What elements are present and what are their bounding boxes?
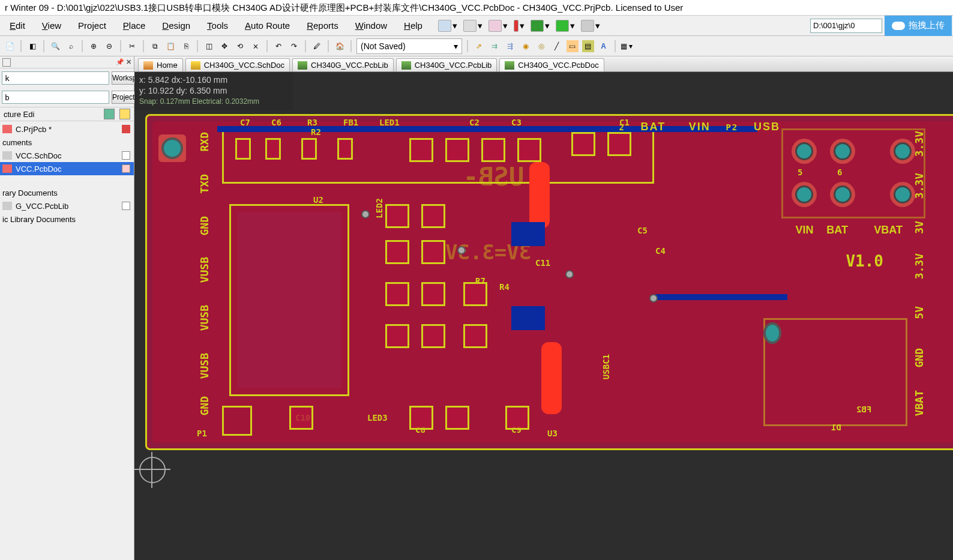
menu-window[interactable]: Window — [347, 17, 395, 34]
zoom-in-button[interactable]: ⊕ — [88, 40, 100, 52]
pad[interactable] — [265, 138, 281, 160]
tree-iclib-folder[interactable]: ic Library Documents — [0, 212, 134, 226]
pad[interactable] — [830, 139, 855, 164]
pad[interactable] — [385, 282, 409, 306]
quick-track-dropdown[interactable]: ▾ — [514, 20, 525, 32]
pad[interactable] — [792, 139, 817, 164]
tree-schdoc[interactable]: VCC.SchDoc — [0, 149, 134, 162]
pcb-canvas[interactable]: x: 5.842 dx:-10.160 mm y: 10.922 dy: 6.3… — [134, 72, 953, 560]
project-input[interactable] — [2, 91, 109, 104]
pad[interactable] — [890, 139, 915, 164]
pad[interactable] — [445, 138, 469, 162]
tree-lib-folder[interactable]: rary Documents — [0, 186, 134, 199]
pad[interactable] — [607, 132, 631, 156]
tree-documents-folder[interactable]: cuments — [0, 136, 134, 149]
zoom-fit-button[interactable]: ⌕ — [65, 40, 77, 52]
save-state-dropdown[interactable]: (Not Saved)▾ — [356, 38, 462, 54]
pad[interactable] — [421, 282, 445, 306]
menu-edit[interactable]: Edit — [1, 17, 34, 34]
component-usbc[interactable] — [763, 318, 907, 426]
pad[interactable] — [289, 406, 313, 430]
menu-autoroute[interactable]: Auto Route — [236, 17, 298, 34]
menu-reports[interactable]: Reports — [298, 17, 347, 34]
pad[interactable] — [158, 134, 186, 162]
quick-text-dropdown[interactable]: ▾ — [556, 20, 575, 32]
pad[interactable] — [409, 406, 433, 430]
deselect-button[interactable]: ⟲ — [234, 40, 246, 52]
pad[interactable] — [337, 138, 353, 160]
tab-pcblib-1[interactable]: CH340G_VCC.PcbLib — [292, 58, 394, 71]
pad[interactable] — [481, 138, 505, 162]
undo-button[interactable]: ↶ — [272, 40, 284, 52]
pad[interactable] — [385, 240, 409, 264]
browse-button[interactable]: 🏠 — [334, 40, 346, 52]
pad[interactable] — [792, 182, 817, 207]
pad[interactable] — [830, 182, 855, 207]
led-body[interactable] — [541, 342, 562, 414]
pad[interactable] — [505, 406, 529, 430]
project-button[interactable]: Project — [112, 91, 135, 104]
pad[interactable] — [463, 282, 487, 306]
cut-button[interactable]: ✂ — [126, 40, 138, 52]
menu-tools[interactable]: Tools — [199, 17, 236, 34]
via[interactable] — [565, 270, 574, 278]
tree-project[interactable]: C.PrjPcb * — [0, 122, 134, 136]
connector-p2[interactable]: 5 6 — [781, 128, 925, 218]
path-input[interactable] — [810, 19, 882, 33]
paste-button[interactable]: 📋 — [164, 40, 176, 52]
component-u2[interactable] — [229, 204, 349, 396]
tree-pcblib[interactable]: G_VCC.PcbLib — [0, 199, 134, 212]
rubber-stamp-button[interactable]: ⎘ — [180, 40, 192, 52]
zoom-out-button[interactable]: ⊖ — [103, 40, 115, 52]
select-button[interactable]: ◫ — [203, 40, 215, 52]
pad[interactable] — [421, 324, 445, 348]
route-multi-button[interactable]: ⇶ — [504, 40, 516, 52]
zoom-window-button[interactable]: 🔍 — [49, 40, 61, 52]
pad[interactable] — [445, 406, 469, 430]
compile-button[interactable]: ◧ — [26, 40, 38, 52]
pad[interactable] — [385, 204, 409, 228]
pad[interactable] — [409, 138, 433, 162]
quick-layer-dropdown[interactable]: ▾ — [438, 20, 457, 32]
pad[interactable] — [517, 138, 541, 162]
pcb-board[interactable]: P1 RXD TXD GND VUSB VUSB VUSB GND 3.3V 3… — [145, 114, 953, 450]
workspace-input[interactable] — [2, 71, 109, 85]
options-icon[interactable] — [119, 109, 130, 119]
menu-design[interactable]: Design — [154, 17, 199, 34]
tab-pcblib-2[interactable]: CH340G_VCC.PcbLib — [396, 58, 498, 71]
tree-pcbdoc[interactable]: VCC.PcbDoc — [0, 162, 134, 175]
via[interactable] — [361, 210, 370, 218]
route-track-button[interactable]: ⇗ — [473, 40, 485, 52]
upload-drop-area[interactable]: 拖拽上传 — [885, 16, 952, 36]
quick-pad-dropdown[interactable]: ▾ — [531, 20, 550, 32]
menu-view[interactable]: View — [34, 17, 70, 34]
quick-align-dropdown[interactable]: ▾ — [463, 20, 483, 32]
via[interactable] — [649, 294, 658, 303]
redo-button[interactable]: ↷ — [288, 40, 300, 52]
pad[interactable] — [890, 182, 915, 207]
clear-button[interactable]: ⨯ — [250, 40, 262, 52]
pad[interactable] — [235, 138, 251, 160]
place-fill-button[interactable]: ▭ — [567, 40, 579, 52]
tab-home[interactable]: Home — [138, 58, 183, 71]
copy-button[interactable]: ⧉ — [149, 40, 161, 52]
tab-pcbdoc[interactable]: CH340G_VCC.PcbDoc — [499, 58, 604, 71]
menu-help[interactable]: Help — [395, 17, 431, 34]
quick-grid-dropdown[interactable]: ▾ — [581, 20, 600, 32]
panel-pin-icon[interactable]: 📌 ✕ — [116, 58, 131, 66]
refresh-icon[interactable] — [104, 109, 115, 119]
tab-schdoc[interactable]: CH340G_VCC.SchDoc — [185, 58, 290, 71]
cross-probe-button[interactable]: 🖉 — [311, 40, 323, 52]
via[interactable] — [457, 246, 466, 254]
place-string-button[interactable]: A — [598, 40, 610, 52]
pad-sq[interactable] — [222, 406, 252, 436]
menu-place[interactable]: Place — [115, 17, 154, 34]
pad[interactable] — [571, 132, 595, 156]
quick-via-dropdown[interactable]: ▾ — [489, 20, 508, 32]
new-doc-button[interactable]: 📄 — [4, 40, 16, 52]
place-region-button[interactable]: ▤ — [582, 40, 594, 52]
pad[interactable] — [301, 138, 317, 160]
led-body[interactable] — [529, 162, 550, 228]
pad[interactable] — [463, 324, 487, 348]
route-diff-button[interactable]: ⇉ — [489, 40, 501, 52]
